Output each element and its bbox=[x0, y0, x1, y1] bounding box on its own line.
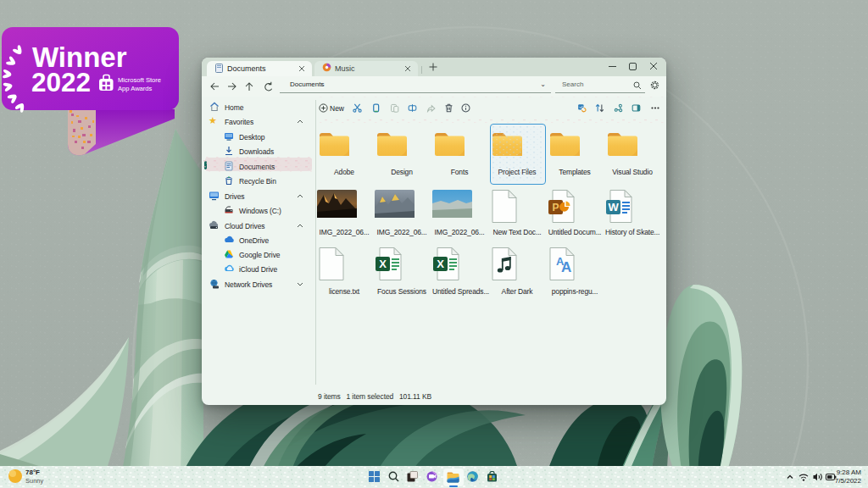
svg-text:App Awards: App Awards bbox=[118, 85, 153, 92]
svg-text:Microsoft Store: Microsoft Store bbox=[118, 76, 161, 84]
svg-text:A: A bbox=[561, 259, 571, 275]
svg-text:2022: 2022 bbox=[31, 67, 91, 97]
svg-text:X: X bbox=[379, 258, 387, 270]
svg-text:X: X bbox=[437, 258, 444, 270]
svg-text:P: P bbox=[553, 202, 559, 214]
svg-text:W: W bbox=[608, 201, 619, 214]
